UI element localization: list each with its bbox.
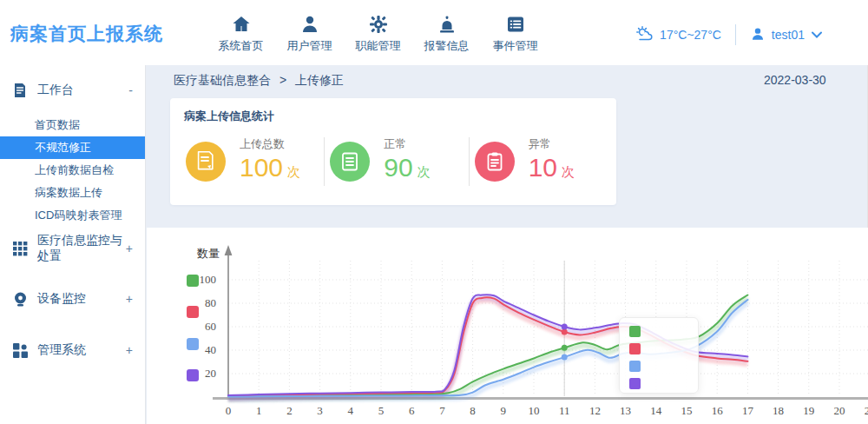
nav-item-label: 职能管理 (356, 38, 401, 54)
chevron-down-icon (811, 28, 823, 42)
app-window: 病案首页上报系统 系统首页 用户管理 职能管理 (0, 0, 868, 424)
svg-text:12: 12 (589, 404, 601, 417)
breadcrumb-current: 上传修正 (295, 73, 344, 87)
svg-text:20: 20 (834, 404, 845, 417)
alarm-icon (436, 9, 458, 35)
home-icon (231, 9, 252, 35)
stat-value: 10 (529, 153, 557, 182)
breadcrumb-parent[interactable]: 医疗基础信息整合 (174, 73, 271, 87)
svg-text:40: 40 (205, 343, 216, 356)
sidebar-item-nonstandard-fix[interactable]: 不规范修正 (0, 136, 145, 159)
nav-item-users[interactable]: 用户管理 (275, 9, 344, 54)
sidebar-item-record-upload[interactable]: 病案数据上传 (0, 182, 145, 204)
svg-text:14: 14 (650, 404, 662, 417)
svg-text:1: 1 (256, 404, 262, 417)
breadcrumb: 医疗基础信息整合 > 上传修正 (174, 73, 344, 89)
header-right: 17°C~27°C test01 (635, 24, 823, 45)
nav-item-home[interactable]: 系统首页 (207, 9, 275, 54)
nav-item-functions[interactable]: 职能管理 (344, 9, 412, 54)
device-monitor-icon (12, 291, 28, 307)
document-lines-icon (330, 142, 370, 182)
sidebar-section-device-monitor[interactable]: 设备监控 + (0, 286, 145, 312)
line-chart-canvas[interactable]: 0123456789101112131415161718192021204060… (147, 228, 868, 424)
document-pen-icon (186, 142, 226, 182)
chart-tooltip (619, 317, 699, 394)
sidebar-section-label: 管理系统 (37, 342, 126, 358)
sidebar-item-homepage-data[interactable]: 首页数据 (0, 114, 145, 136)
svg-text:80: 80 (205, 296, 216, 309)
svg-text:19: 19 (803, 404, 814, 417)
svg-text:6: 6 (409, 404, 415, 417)
legend-swatch-blue[interactable] (187, 338, 199, 350)
stat-upload-total: 上传总数 100次 (186, 136, 319, 186)
svg-text:20: 20 (205, 367, 216, 380)
sidebar-section-workbench[interactable]: 工作台 - (0, 77, 145, 103)
sidebar-section-label: 设备监控 (37, 291, 126, 307)
header-divider (735, 24, 736, 45)
svg-text:100: 100 (200, 273, 217, 286)
svg-text:21: 21 (865, 404, 868, 417)
tooltip-marker-blue (629, 361, 641, 372)
legend-swatch-red[interactable] (187, 306, 199, 318)
sidebar-section-label: 工作台 (37, 83, 128, 98)
stats-card-title: 病案上传信息统计 (170, 98, 616, 124)
stat-label: 异常 (529, 136, 575, 152)
stat-label: 上传总数 (240, 136, 300, 152)
tooltip-marker-purple (629, 378, 641, 389)
upload-trend-chart: 0123456789101112131415161718192021204060… (147, 228, 868, 424)
sun-cloud-icon (635, 25, 654, 45)
person-icon (750, 26, 766, 44)
stat-abnormal: 异常 10次 (475, 136, 608, 186)
svg-text:3: 3 (317, 404, 323, 417)
breadcrumb-separator: > (279, 73, 286, 87)
sidebar-section-monitoring[interactable]: 医疗信息监控与处置 + (0, 235, 145, 262)
user-icon (299, 9, 320, 35)
header: 病案首页上报系统 系统首页 用户管理 职能管理 (0, 0, 868, 65)
sidebar-item-precheck[interactable]: 上传前数据自检 (0, 159, 145, 182)
nav-item-alerts[interactable]: 报警信息 (412, 9, 481, 54)
tooltip-marker-red (629, 343, 641, 354)
stat-label: 正常 (384, 136, 430, 152)
legend-swatch-green[interactable] (187, 275, 199, 287)
svg-text:9: 9 (501, 404, 507, 417)
svg-text:11: 11 (559, 404, 570, 417)
user-menu[interactable]: test01 (750, 26, 823, 44)
weather-widget: 17°C~27°C (635, 25, 721, 45)
stat-divider (324, 137, 325, 186)
list-icon (505, 9, 526, 35)
blocks-icon (12, 342, 28, 358)
sidebar-section-label: 医疗信息监控与处置 (37, 233, 126, 264)
collapse-indicator[interactable]: - (128, 83, 133, 97)
expand-indicator[interactable]: + (126, 242, 133, 255)
svg-text:4: 4 (348, 404, 354, 417)
svg-text:18: 18 (773, 404, 784, 417)
svg-text:16: 16 (712, 404, 724, 417)
document-icon (12, 83, 28, 98)
svg-text:13: 13 (620, 404, 631, 417)
temperature-range: 17°C~27°C (660, 28, 721, 42)
legend-swatch-purple[interactable] (187, 369, 199, 381)
stat-value: 100 (240, 153, 283, 182)
svg-text:5: 5 (378, 404, 385, 417)
stat-value: 90 (384, 153, 412, 182)
sidebar-section-admin[interactable]: 管理系统 + (0, 337, 145, 363)
svg-text:2: 2 (286, 404, 293, 417)
svg-text:17: 17 (742, 404, 754, 417)
expand-indicator[interactable]: + (126, 292, 133, 306)
page-date: 2022-03-30 (764, 73, 826, 87)
main-nav: 系统首页 用户管理 职能管理 报警信息 (207, 9, 549, 54)
stat-normal: 正常 90次 (330, 136, 463, 186)
svg-text:0: 0 (226, 404, 232, 417)
gear-icon (368, 9, 389, 35)
nav-item-events[interactable]: 事件管理 (481, 9, 549, 54)
sidebar-item-icd-mapping[interactable]: ICD码映射表管理 (0, 204, 145, 227)
svg-text:8: 8 (470, 404, 476, 417)
stat-unit: 次 (562, 164, 575, 179)
svg-text:10: 10 (529, 404, 540, 417)
stats-card: 病案上传信息统计 上传总数 100次 正常 90次 (170, 98, 616, 205)
expand-indicator[interactable]: + (126, 343, 133, 357)
nav-item-label: 系统首页 (219, 38, 264, 54)
stat-divider (469, 137, 470, 186)
nav-item-label: 事件管理 (493, 38, 538, 54)
nav-item-label: 报警信息 (424, 38, 470, 54)
